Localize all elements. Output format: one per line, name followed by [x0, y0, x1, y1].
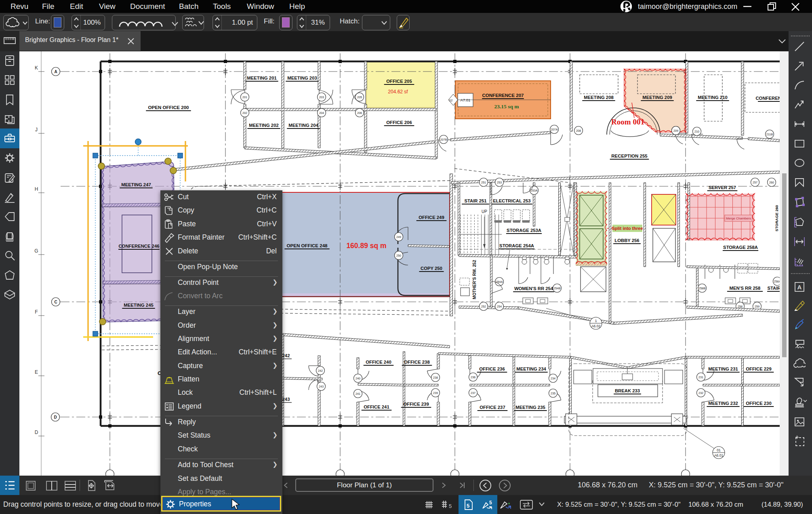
svg-text:207B: 207B	[440, 138, 447, 141]
svg-text:240: 240	[356, 377, 360, 380]
svg-text:CONFERENCE: CONFERENCE	[755, 96, 780, 101]
svg-text:CONFERENCE 246: CONFERENCE 246	[118, 244, 159, 249]
svg-text:258: 258	[738, 305, 743, 308]
svg-text:STAIR 251: STAIR 251	[464, 198, 486, 203]
svg-text:STORAGE 258A: STORAGE 258A	[723, 245, 758, 250]
svg-text:254A: 254A	[496, 280, 503, 284]
svg-text:OFFICE 238: OFFICE 238	[404, 360, 429, 364]
svg-text:254B: 254B	[553, 286, 560, 290]
svg-text:MEETING 201: MEETING 201	[247, 76, 276, 80]
svg-text:D: D	[35, 430, 38, 435]
svg-text:MEETING 204: MEETING 204	[288, 123, 318, 128]
svg-text:242: 242	[282, 353, 290, 358]
svg-text:OPEN OFFICE 200: OPEN OFFICE 200	[148, 105, 189, 110]
svg-text:A7.01: A7.01	[461, 98, 471, 102]
svg-text:MEETING 209: MEETING 209	[642, 95, 672, 100]
svg-text:OFFICE 236: OFFICE 236	[479, 367, 505, 371]
svg-text:Merge Chambers: Merge Chambers	[726, 217, 751, 220]
svg-text:204.62 sf: 204.62 sf	[388, 89, 408, 95]
svg-text:OPEN OFFICE 248: OPEN OFFICE 248	[286, 243, 328, 248]
svg-text:234: 234	[551, 377, 555, 380]
svg-text:238: 238	[433, 376, 438, 379]
svg-text:UP: UP	[482, 209, 487, 214]
svg-text:258A: 258A	[774, 280, 780, 283]
svg-text:253: 253	[497, 181, 502, 184]
svg-text:02: 02	[449, 99, 453, 102]
svg-text:MEETING 245: MEETING 245	[124, 303, 153, 308]
svg-text:252: 252	[481, 305, 486, 308]
svg-text:H: H	[35, 186, 38, 192]
svg-text:OFFICE 237: OFFICE 237	[480, 405, 505, 410]
svg-text:243: 243	[319, 385, 324, 388]
svg-text:OFFICE 239: OFFICE 239	[403, 402, 429, 407]
svg-text:MEETING 235: MEETING 235	[515, 405, 545, 410]
svg-text:D: D	[54, 415, 57, 419]
svg-text:237: 237	[471, 391, 475, 395]
svg-text:STAIR: STAIR	[767, 286, 780, 291]
svg-text:211B: 211B	[766, 133, 773, 136]
svg-text:210: 210	[694, 130, 699, 133]
svg-text:CONFERENCE 207: CONFERENCE 207	[482, 93, 524, 98]
svg-text:MEETING 247: MEETING 247	[121, 182, 151, 187]
svg-text:MEETING 234: MEETING 234	[516, 367, 546, 371]
svg-text:MEETING 203: MEETING 203	[287, 76, 317, 80]
svg-text:5: 5	[449, 503, 452, 509]
svg-text:201: 201	[242, 95, 247, 99]
svg-text:231: 231	[698, 375, 703, 379]
svg-text:202: 202	[242, 111, 247, 115]
svg-text:OFFICE 249: OFFICE 249	[419, 215, 444, 220]
svg-text:MEETING 210: MEETING 210	[698, 95, 727, 100]
svg-text:239: 239	[433, 391, 438, 395]
svg-text:G: G	[34, 248, 38, 254]
svg-text:MEN'S RR 258: MEN'S RR 258	[730, 286, 761, 291]
svg-text:203: 203	[319, 95, 324, 99]
svg-text:ELECTRICAL 253: ELECTRICAL 253	[493, 198, 530, 203]
svg-text:RECEPTION 255: RECEPTION 255	[611, 154, 648, 158]
svg-text:MEETING 208: MEETING 208	[584, 95, 613, 100]
svg-text:23.15 sq m: 23.15 sq m	[494, 103, 519, 110]
svg-text:204: 204	[319, 111, 324, 115]
svg-text:WOMEN'S RR 254: WOMEN'S RR 254	[514, 286, 553, 291]
svg-text:A6.02: A6.02	[591, 324, 600, 328]
svg-text:OFFICE 240: OFFICE 240	[366, 360, 391, 364]
svg-text:236: 236	[471, 375, 475, 379]
svg-text:257: 257	[753, 181, 757, 184]
svg-text:MOTHER'S RM. 252: MOTHER'S RM. 252	[472, 260, 477, 299]
svg-text:235: 235	[551, 392, 555, 395]
svg-text:F: F	[35, 309, 38, 315]
svg-text:5: 5	[467, 503, 469, 509]
svg-text:STORAGE 254A: STORAGE 254A	[499, 243, 534, 248]
svg-text:207A: 207A	[551, 128, 557, 131]
svg-text:205: 205	[357, 95, 362, 99]
svg-text:254: 254	[497, 305, 502, 308]
svg-text:160.89 sq m: 160.89 sq m	[346, 242, 386, 250]
svg-text:01: 01	[717, 448, 721, 452]
svg-text:251: 251	[481, 181, 486, 184]
svg-text:208: 208	[576, 129, 581, 133]
svg-text:A: A	[54, 70, 57, 74]
svg-text:STORAGE 260: STORAGE 260	[774, 205, 779, 231]
svg-text:241: 241	[356, 392, 360, 396]
svg-text:OFFICE 205: OFFICE 205	[386, 79, 412, 84]
svg-text:MEETING 232: MEETING 232	[708, 401, 738, 406]
svg-text:209: 209	[673, 129, 678, 133]
svg-text:BREAK 233: BREAK 233	[615, 388, 640, 393]
svg-text:259: 259	[755, 305, 759, 308]
svg-text:COPY 250: COPY 250	[421, 266, 442, 271]
svg-text:232: 232	[698, 391, 703, 395]
svg-text:MEETING 231: MEETING 231	[708, 367, 738, 371]
svg-text:242: 242	[318, 369, 323, 373]
svg-text:C: C	[54, 300, 57, 304]
svg-text:J: J	[35, 127, 38, 133]
svg-text:OFFICE 230: OFFICE 230	[746, 401, 771, 406]
svg-text:SERVER 257: SERVER 257	[709, 185, 736, 190]
svg-text:OFFICE 241: OFFICE 241	[364, 404, 389, 409]
svg-text:K: K	[35, 65, 38, 71]
svg-text:260: 260	[769, 181, 774, 184]
svg-text:E: E	[35, 369, 38, 375]
svg-text:MEETING 202: MEETING 202	[249, 123, 278, 128]
svg-text:206: 206	[357, 111, 362, 115]
svg-text:1: 1	[595, 319, 597, 323]
svg-text:249: 249	[396, 235, 401, 239]
svg-text:A: A	[797, 284, 802, 291]
